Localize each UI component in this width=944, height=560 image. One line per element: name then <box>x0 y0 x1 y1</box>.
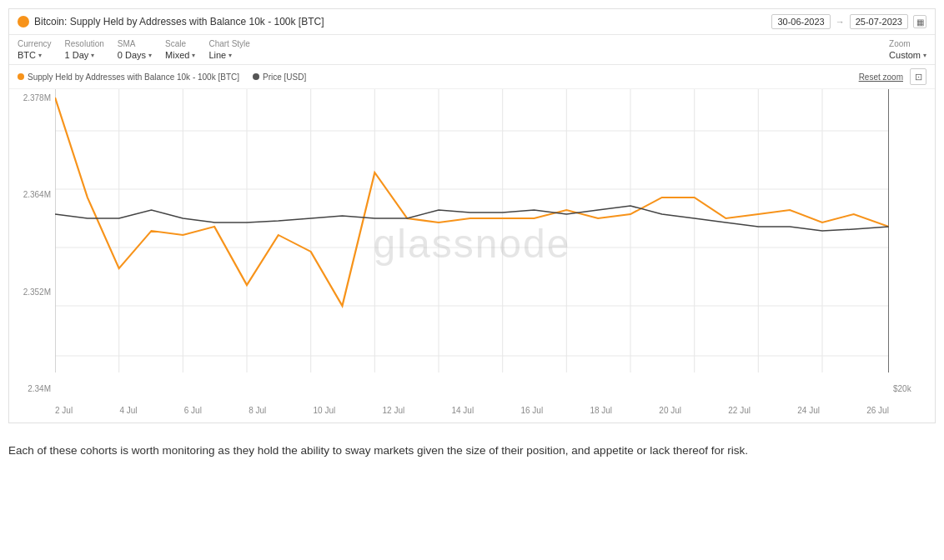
btc-icon <box>18 16 29 28</box>
x-label-11: 24 Jul <box>797 406 820 415</box>
currency-control: Currency BTC ▾ <box>18 39 52 60</box>
date-arrow: → <box>836 17 845 27</box>
camera-icon: ⊡ <box>915 72 922 82</box>
legend-row: Supply Held by Addresses with Balance 10… <box>9 65 935 89</box>
x-axis: 2 Jul 4 Jul 6 Jul 8 Jul 10 Jul 12 Jul 14… <box>55 398 889 422</box>
camera-button[interactable]: ⊡ <box>910 68 926 85</box>
x-label-9: 20 Jul <box>659 406 681 415</box>
sma-control: SMA 0 Days ▾ <box>118 39 152 60</box>
legend-item-supply: Supply Held by Addresses with Balance 10… <box>18 72 239 82</box>
x-label-7: 16 Jul <box>520 406 543 415</box>
currency-arrow: ▾ <box>38 52 42 59</box>
scale-arrow: ▾ <box>192 52 195 59</box>
scale-control: Scale Mixed ▾ <box>165 39 195 60</box>
chartstyle-select[interactable]: Line ▾ <box>208 50 249 60</box>
reset-zoom-button[interactable]: Reset zoom <box>859 72 903 82</box>
y-label-right-1: $20k <box>893 384 931 393</box>
y-label-4: 2.34M <box>13 384 51 393</box>
x-label-6: 14 Jul <box>451 406 474 415</box>
x-label-0: 2 Jul <box>55 406 73 415</box>
y-axis-right: $20k <box>889 89 935 398</box>
y-axis-left: 2.378M 2.364M 2.352M 2.34M <box>9 89 55 398</box>
x-label-10: 22 Jul <box>728 406 751 415</box>
chart-area: 2.378M 2.364M 2.352M 2.34M $20k <box>9 89 935 422</box>
x-label-5: 12 Jul <box>383 406 405 415</box>
resolution-label: Resolution <box>65 39 104 48</box>
x-label-4: 10 Jul <box>314 406 336 415</box>
description-text: Each of these cohorts is worth monitorin… <box>0 432 944 470</box>
resolution-control: Resolution 1 Day ▾ <box>65 39 104 60</box>
currency-label: Currency <box>18 39 52 48</box>
scale-label: Scale <box>165 39 195 48</box>
chart-container: Bitcoin: Supply Held by Addresses with B… <box>8 8 936 423</box>
chartstyle-arrow: ▾ <box>228 52 232 59</box>
chart-svg-area: glassnode <box>55 89 889 398</box>
scale-select[interactable]: Mixed ▾ <box>165 50 195 60</box>
legend-dot-dark <box>253 73 259 80</box>
calendar-icon[interactable]: ▦ <box>913 15 926 28</box>
chart-title-text: Bitcoin: Supply Held by Addresses with B… <box>34 16 324 28</box>
zoom-label: Zoom <box>889 39 926 48</box>
y-label-3: 2.352M <box>13 288 51 297</box>
chart-title: Bitcoin: Supply Held by Addresses with B… <box>18 16 324 28</box>
description-content: Each of these cohorts is worth monitorin… <box>8 444 748 457</box>
supply-line <box>55 98 889 306</box>
chartstyle-control: Chart Style Line ▾ <box>208 39 249 60</box>
chart-header: Bitcoin: Supply Held by Addresses with B… <box>9 9 935 35</box>
currency-select[interactable]: BTC ▾ <box>18 50 52 60</box>
legend-supply-text: Supply Held by Addresses with Balance 10… <box>28 72 239 82</box>
x-label-3: 8 Jul <box>249 406 266 415</box>
legend-dot-orange <box>18 73 24 80</box>
x-label-1: 4 Jul <box>119 406 137 415</box>
legend-item-price: Price [USD] <box>253 72 306 82</box>
sma-select[interactable]: 0 Days ▾ <box>118 50 152 60</box>
x-label-12: 26 Jul <box>866 406 889 415</box>
x-label-8: 18 Jul <box>590 406 612 415</box>
resolution-select[interactable]: 1 Day ▾ <box>65 50 104 60</box>
legend-price-text: Price [USD] <box>263 72 306 82</box>
y-label-2: 2.364M <box>13 190 51 199</box>
zoom-arrow: ▾ <box>923 52 926 59</box>
sma-arrow: ▾ <box>148 52 152 59</box>
chartstyle-label: Chart Style <box>208 39 249 48</box>
zoom-control: Zoom Custom ▾ <box>889 39 926 60</box>
date-from[interactable]: 30-06-2023 <box>771 14 830 29</box>
sma-label: SMA <box>118 39 152 48</box>
chart-svg <box>55 89 889 398</box>
date-range: 30-06-2023 → 25-07-2023 ▦ <box>771 14 926 29</box>
chart-controls: Currency BTC ▾ Resolution 1 Day ▾ SMA 0 … <box>9 35 935 65</box>
legend-actions: Reset zoom ⊡ <box>859 68 926 85</box>
resolution-arrow: ▾ <box>91 52 94 59</box>
x-label-2: 6 Jul <box>184 406 202 415</box>
y-label-1: 2.378M <box>13 93 51 102</box>
legend-items: Supply Held by Addresses with Balance 10… <box>18 72 306 82</box>
date-to[interactable]: 25-07-2023 <box>850 14 908 29</box>
zoom-select[interactable]: Custom ▾ <box>889 50 926 60</box>
